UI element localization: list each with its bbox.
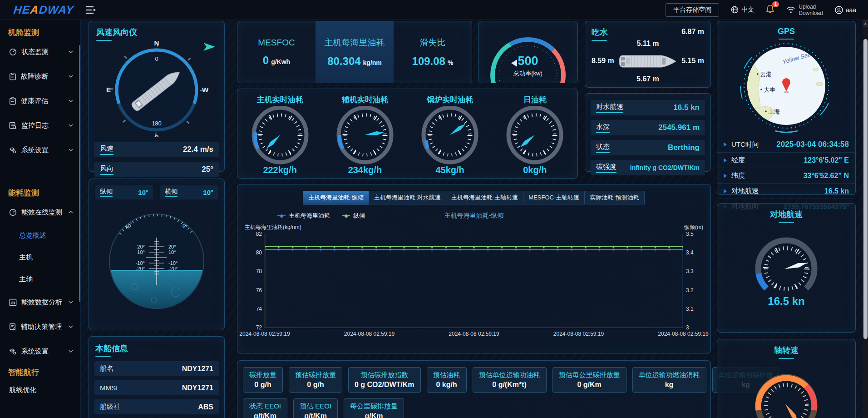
- sidebar-item-system-settings[interactable]: 系统设置: [0, 138, 80, 162]
- kpi-unit: kg/nm: [363, 59, 382, 66]
- info-value: Infinity g CO2/DWT/Km: [630, 164, 700, 171]
- sidebar-subitem-overview[interactable]: 总览概述: [0, 224, 80, 246]
- sidebar-item-energy-data-analysis[interactable]: 能效数据分析: [0, 290, 80, 314]
- tab-fuel-stw[interactable]: 主机每海里油耗-对水航速: [369, 191, 446, 204]
- chart-panel: 主机每海里油耗-纵倾 主机每海里油耗-对水航速 主机每海里油耗-主轴转速 MES…: [237, 184, 711, 353]
- gps-row-value: 33°6'52.62" N: [803, 172, 849, 180]
- scroll-up-arrow[interactable]: ▲: [863, 20, 868, 27]
- tab-actual-vs-predicted[interactable]: 实际油耗-预测油耗: [584, 191, 644, 204]
- top-bar: HEADWAY 平台存储空间 中文 1 Upload Download aaa: [0, 0, 868, 20]
- right-axis-ticks: 3.53.43.33.23.13: [683, 231, 704, 331]
- info-label: 碳强度: [596, 163, 616, 173]
- window-scrollbar[interactable]: ▲: [863, 20, 868, 418]
- shaft-rpm-gauge: [739, 363, 834, 418]
- sidebar-item-label: 系统设置: [21, 347, 49, 356]
- sidebar-item-label: 健康评估: [21, 97, 48, 105]
- chip-est-fuel: 预估油耗0 kg/h: [427, 367, 467, 393]
- fuel-gauges-panel: 主机实时油耗 222kg/h 辅机实时油耗 234kg/h 锅炉实时油耗: [237, 89, 578, 179]
- gps-row-latitude: 纬度33°6'52.62" N: [717, 168, 855, 183]
- sidebar-section-engine-room: 机舱监测: [8, 27, 80, 38]
- upload-download[interactable]: Upload Download: [786, 4, 823, 16]
- chip-est-carbon-index: 预估碳排放指数0 g CO2/DWT/Km: [348, 367, 421, 393]
- compass-w: W: [202, 86, 209, 94]
- sidebar-item-label: 系统设置: [21, 146, 49, 154]
- fuel-gauge-value: 234kg/h: [348, 165, 382, 175]
- kpi-mesfoc[interactable]: MESFOC 0g/Kwh: [237, 21, 316, 83]
- chip-est-unit-transport-fuel: 预估单位运输功油耗0 g/(Km*t): [473, 367, 547, 393]
- download-label: Download: [799, 10, 823, 16]
- incl-right-label: 10°: [168, 249, 176, 255]
- fuel-gauge: [501, 106, 569, 167]
- sidebar-scrollbar-thumb[interactable]: [79, 45, 80, 302]
- clipboard-icon: [9, 73, 16, 80]
- inclinometer-gauge: 40° 0° 20° 10° -10° -20° 20° 10° -10° -2…: [99, 201, 214, 320]
- user-menu[interactable]: aaa: [835, 6, 856, 14]
- ship-info-value: NDY1271: [182, 384, 213, 392]
- ship-info-value: ABS: [198, 403, 213, 411]
- sidebar-item-energy-online-monitoring[interactable]: 能效在线监测: [0, 200, 80, 224]
- gears-icon: [9, 146, 17, 154]
- kpi-label: 主机每海里油耗: [325, 37, 385, 49]
- username: aaa: [846, 6, 856, 14]
- scrollbar-thumb[interactable]: [863, 39, 868, 339]
- nav-info-panel: 对水航速16.5 kn 水深2545.961 m 状态Berthing 碳强度I…: [585, 93, 711, 172]
- sidebar-item-label: 能效在线监测: [21, 208, 62, 217]
- sidebar-subitem-main-shaft[interactable]: 主轴: [0, 268, 80, 290]
- ship-name-row: 船名NDY1271: [94, 361, 219, 376]
- kpi-fuel-per-nm[interactable]: 主机每海里油耗 80.304kg/nm: [316, 21, 394, 83]
- wind-speed-value: 22.4 m/s: [183, 145, 213, 154]
- sidebar-item-label: 状态监测: [21, 48, 49, 56]
- chip-est-eeoi: 预估 EEOIg/t/Km: [293, 398, 338, 418]
- chevron-down-icon: [69, 75, 73, 78]
- menu-toggle-icon[interactable]: [86, 6, 97, 14]
- fuel-gauge-title: 主机实时油耗: [257, 95, 303, 105]
- sidebar-subitem-main-engine[interactable]: 主机: [0, 246, 80, 268]
- fuel-gauge-title: 辅机实时油耗: [342, 95, 388, 105]
- gps-map: Yellow Sea 云港 大丰 上海 京: [740, 40, 833, 134]
- ship-info-title: 本船信息: [95, 343, 224, 354]
- ship-info-label: MMSI: [100, 384, 118, 392]
- sidebar-item-health-assessment[interactable]: 健康评估: [0, 89, 80, 113]
- fuel-gauge-boiler: 锅炉实时油耗 45kg/h: [408, 95, 493, 178]
- triangle-marker-icon: [724, 158, 727, 163]
- roll-chip: 横倾10°: [160, 185, 218, 199]
- chart-title: 主机每海里油耗-纵倾: [237, 212, 710, 220]
- kpi-unit: %: [448, 59, 453, 66]
- chart-plot-area: 828078767472 3.53.43.33.23.13: [244, 234, 704, 328]
- compass-0: 0: [155, 55, 158, 62]
- document-person-icon: [9, 323, 16, 331]
- sidebar-item-decision-support[interactable]: 辅助决策管理: [0, 314, 80, 339]
- kpi-unit: g/Kwh: [271, 58, 290, 65]
- draft-bottom-center: 5.67 m: [585, 75, 710, 83]
- wind-direction-value: 25°: [202, 165, 213, 174]
- draft-top-center: 5.11 m: [585, 40, 710, 48]
- sidebar-item-status-monitoring[interactable]: 状态监测: [0, 40, 80, 64]
- gps-row-value: 16.5 kn: [824, 187, 849, 195]
- wind-speed-row: 风速 22.4 m/s: [94, 142, 219, 157]
- tab-mesfoc-shaft-rpm[interactable]: MESFOC-主轴转速: [523, 191, 585, 204]
- kpi-label: 滑失比: [420, 37, 446, 49]
- kpi-slip-ratio[interactable]: 滑失比 109.08%: [394, 21, 472, 83]
- tab-fuel-trim[interactable]: 主机每海里油耗-纵倾: [303, 191, 369, 204]
- sidebar-item-label: 监控日志: [21, 121, 49, 130]
- sidebar-item-route-optimization[interactable]: 航线优化: [0, 379, 80, 400]
- notification-bell[interactable]: 1: [766, 5, 774, 15]
- trim-panel: 纵倾10° 横倾10°: [89, 179, 225, 330]
- wind-direction-arrow-icon: [202, 41, 218, 52]
- total-power-gauge-panel: 500 总功率(kw): [478, 21, 578, 83]
- health-report-icon: [9, 97, 16, 105]
- tab-fuel-shaft-rpm[interactable]: 主机每海里油耗-主轴转速: [446, 191, 523, 204]
- fuel-gauge-value: 45kg/h: [435, 165, 464, 175]
- chevron-down-icon: [69, 50, 73, 53]
- compass-n: N: [154, 41, 159, 47]
- right-axis-label: 纵倾(m): [684, 224, 703, 231]
- sidebar-item-system-settings-2[interactable]: 系统设置: [0, 339, 80, 363]
- sidebar-item-fault-diagnosis[interactable]: 故障诊断: [0, 64, 80, 89]
- sidebar-item-monitoring-log[interactable]: 监控日志: [0, 113, 80, 138]
- fuel-gauge: [331, 106, 399, 167]
- wind-direction-row: 风向 25°: [94, 162, 219, 177]
- storage-space-button[interactable]: 平台存储空间: [666, 3, 719, 17]
- language-switch[interactable]: 中文: [731, 6, 754, 14]
- wind-panel: 风速风向仪 N S E W 0 180 风速 22.4 m/s: [89, 21, 225, 172]
- class-society-row: 船级社ABS: [94, 399, 219, 414]
